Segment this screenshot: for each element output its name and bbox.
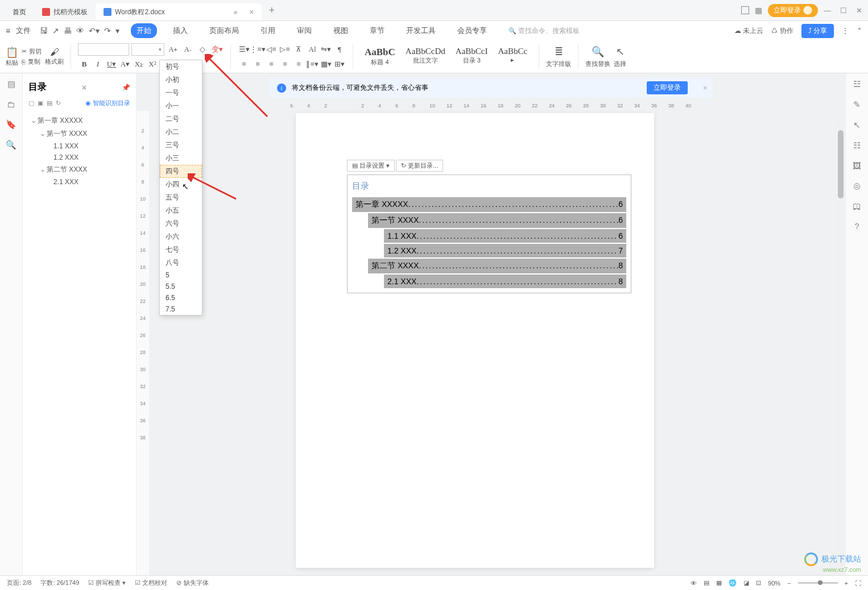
superscript-button[interactable]: X² — [146, 58, 159, 70]
style-toc3[interactable]: AaBbCcI目录 3 — [451, 45, 493, 68]
toc-entry[interactable]: 第一章 XXXXX...............................… — [352, 197, 626, 212]
increase-font-icon[interactable]: A+ — [167, 43, 179, 56]
select-button[interactable]: ↖选择 — [614, 45, 626, 68]
tree-item[interactable]: 1.1 XXX — [26, 140, 133, 152]
undo-icon[interactable]: ↶▾ — [89, 26, 100, 35]
size-item[interactable]: 七号 — [160, 243, 202, 256]
command-search[interactable]: 查找命令、搜索模板 — [509, 26, 580, 36]
sort-icon[interactable]: ⊼ — [292, 43, 305, 56]
rail-tool-3[interactable]: ↖ — [853, 120, 861, 130]
menu-tab-layout[interactable]: 页面布局 — [204, 23, 245, 38]
outline-rail-icon[interactable]: ▤ — [7, 79, 15, 89]
outline-tool-4[interactable]: ↻ — [56, 99, 61, 107]
view-mode-1[interactable]: ▤ — [704, 579, 709, 587]
size-item[interactable]: 小一 — [160, 99, 202, 113]
zoom-plus[interactable]: + — [845, 580, 848, 587]
size-item[interactable]: 小初 — [160, 73, 202, 86]
outline-tool-2[interactable]: ▣ — [38, 99, 43, 107]
para-icon[interactable]: ⇋▾ — [320, 43, 332, 56]
font-size-input[interactable]: ▾ — [131, 43, 164, 56]
menu-tab-dev[interactable]: 开发工具 — [400, 23, 441, 38]
page-status[interactable]: 页面: 2/8 — [7, 579, 31, 587]
bookmark-rail-icon[interactable]: 🔖 — [6, 119, 16, 130]
toc-entry[interactable]: 第二节 XXXX................................… — [368, 259, 626, 273]
size-item[interactable]: 小五 — [160, 204, 202, 217]
subscript-button[interactable]: X₂ — [133, 58, 145, 70]
menu-tab-insert[interactable]: 插入 — [167, 23, 193, 38]
missing-font[interactable]: ⊘ 缺失字体 — [176, 579, 208, 587]
zoom-level[interactable]: 90% — [768, 580, 780, 587]
print-icon[interactable]: 🖶 — [64, 26, 72, 35]
menu-more-icon[interactable]: ⋮ — [842, 27, 849, 35]
toc-update-button[interactable]: ↻ 更新目录... — [396, 160, 443, 172]
tab-icon[interactable]: Al — [306, 43, 319, 56]
redo-icon[interactable]: ↷ — [104, 26, 111, 35]
document-tab[interactable]: Word教程2.docx ● × — [96, 3, 262, 20]
showmarks-icon[interactable]: ¶ — [333, 43, 346, 56]
collab-button[interactable]: ♺ 协作 — [771, 26, 793, 36]
tree-item[interactable]: 1.2 XXX — [26, 152, 133, 163]
size-item[interactable]: 5.5 — [160, 281, 202, 292]
banner-close-icon[interactable]: × — [703, 84, 707, 92]
rail-tool-7[interactable]: 🕮 — [853, 201, 861, 211]
style-more[interactable]: AaBbCc▸ — [494, 45, 532, 68]
zoom-minus[interactable]: − — [787, 580, 791, 587]
view-mode-2[interactable]: ▦ — [716, 579, 722, 587]
tree-item[interactable]: 2.1 XXX — [26, 176, 133, 188]
tab-close-icon[interactable]: × — [249, 7, 254, 16]
underline-button[interactable]: U▾ — [105, 58, 118, 70]
toc-settings-button[interactable]: ▤ 目录设置 ▾ — [347, 160, 395, 172]
outline-close-icon[interactable]: × — [82, 83, 86, 92]
rail-tool-6[interactable]: ◎ — [853, 181, 861, 191]
view-mode-3[interactable]: 🌐 — [729, 579, 737, 587]
copy-button[interactable]: ⎘ 复制 — [22, 57, 42, 66]
rail-help-icon[interactable]: ? — [854, 221, 859, 231]
distribute-icon[interactable]: ≡ — [292, 58, 305, 70]
folder-rail-icon[interactable]: 🗀 — [7, 99, 15, 109]
outline-pin-icon[interactable]: 📌 — [122, 84, 130, 92]
cloud-status[interactable]: ☁ 未上云 — [734, 26, 763, 36]
toc-container[interactable]: 目录 第一章 XXXXX............................… — [347, 174, 631, 293]
preview-icon[interactable]: 👁 — [76, 26, 84, 35]
line-spacing-icon[interactable]: ‖≡▾ — [306, 58, 319, 70]
tree-item[interactable]: ⌄第一节 XXXX — [26, 127, 133, 140]
scroll-thumb[interactable] — [838, 130, 844, 198]
save-icon[interactable]: 🖫 — [40, 26, 48, 35]
menu-tab-start[interactable]: 开始 — [131, 23, 157, 38]
outline-tool-1[interactable]: ▢ — [28, 99, 34, 107]
new-tab-button[interactable]: + — [262, 5, 282, 16]
rail-tool-1[interactable]: ☳ — [853, 79, 861, 89]
justify-icon[interactable]: ≡ — [279, 58, 291, 70]
size-item[interactable]: 6.5 — [160, 292, 202, 304]
size-item[interactable]: 初号 — [160, 60, 202, 73]
file-menu[interactable]: 文件 — [16, 26, 31, 36]
menu-tab-reference[interactable]: 引用 — [255, 23, 281, 38]
search-rail-icon[interactable]: 🔍 — [6, 140, 16, 150]
size-item[interactable]: 八号 — [160, 256, 202, 269]
document-page[interactable]: ▤ 目录设置 ▾ ↻ 更新目录... 目录 第一章 XXXXX.........… — [296, 113, 654, 568]
view-mode-4[interactable]: ◪ — [743, 579, 749, 587]
minimize-button[interactable]: — — [824, 6, 831, 15]
text-layout-button[interactable]: ≣文字排版 — [546, 45, 571, 68]
size-item[interactable]: 小二 — [160, 126, 202, 139]
italic-button[interactable]: I — [92, 58, 104, 70]
menu-tab-review[interactable]: 审阅 — [291, 23, 317, 38]
more-icon[interactable]: ▾ — [115, 26, 119, 35]
size-item[interactable]: 小三 — [160, 152, 202, 165]
app-menu-icon[interactable]: ≡ — [6, 26, 10, 35]
tree-item[interactable]: ⌄第二节 XXXX — [26, 163, 133, 176]
menu-tab-vip[interactable]: 会员专享 — [452, 23, 493, 38]
collapse-ribbon-icon[interactable]: ⌃ — [857, 27, 862, 35]
style-heading4[interactable]: AaBbC标题 4 — [360, 45, 400, 68]
toc-entry[interactable]: 2.1 XXX.................................… — [384, 275, 626, 288]
share-button[interactable]: ⤴ 分享 — [801, 24, 834, 38]
bold-button[interactable]: B — [78, 58, 90, 70]
tree-item[interactable]: ⌄第一章 XXXXX — [26, 114, 133, 127]
outline-tool-3[interactable]: ▤ — [47, 99, 52, 107]
size-item[interactable]: 六号 — [160, 217, 202, 230]
shading-icon[interactable]: ▦▾ — [320, 58, 332, 70]
vertical-ruler[interactable]: 2468101214161820222426283032343638 — [137, 111, 149, 575]
size-item[interactable]: 5 — [160, 269, 202, 281]
login-pill[interactable]: 立即登录 — [768, 4, 818, 17]
rail-tool-4[interactable]: ☷ — [853, 140, 861, 151]
